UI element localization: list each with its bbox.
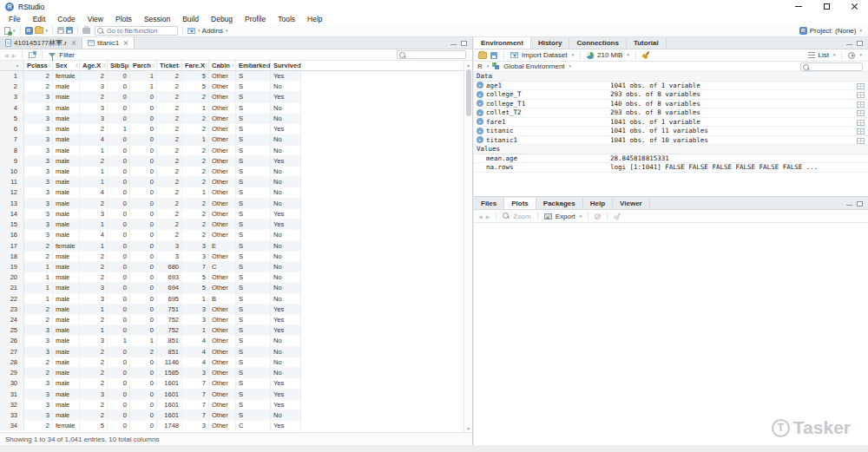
chevron-down-icon[interactable]: ▾ — [859, 53, 862, 57]
chevron-down-icon[interactable]: ▾ — [627, 53, 629, 57]
tab-viewer[interactable]: Viewer — [613, 198, 650, 209]
memory-usage-button[interactable] — [587, 52, 594, 59]
table-search-input[interactable] — [397, 50, 466, 59]
tab-410145177-r[interactable]: 410145177林軍.r — [0, 37, 82, 49]
zoom-plot-button[interactable] — [503, 213, 510, 219]
sort-arrows-icon[interactable]: ▲▼ — [232, 63, 234, 69]
sort-arrows-icon[interactable]: ▲▼ — [205, 63, 207, 69]
tab-environment[interactable]: Environment — [474, 37, 531, 49]
pane-maximize-icon[interactable] — [857, 201, 863, 206]
memory-usage-label[interactable]: 210 MiB — [597, 51, 622, 59]
sort-arrows-icon[interactable]: ▲▼ — [153, 63, 155, 69]
pane-minimize-icon[interactable] — [846, 44, 852, 45]
scroll-down-icon[interactable]: ▼ — [466, 424, 470, 432]
table-row[interactable]: 191male2006807CSNo — [0, 262, 301, 272]
minimize-button[interactable] — [785, 0, 812, 13]
table-row[interactable]: 323male20016017OtherSYes — [0, 400, 301, 410]
close-tab-icon[interactable] — [71, 41, 76, 46]
list-view-button[interactable] — [808, 52, 815, 58]
new-file-button[interactable] — [4, 27, 10, 35]
table-row[interactable]: 182male20033OtherSNo — [0, 252, 301, 262]
maximize-button[interactable] — [812, 0, 840, 13]
scrollbar-thumb[interactable] — [466, 69, 471, 116]
table-row[interactable]: 123male40021OtherSNo — [0, 187, 301, 198]
load-workspace-button[interactable] — [478, 52, 487, 59]
list-view-label[interactable]: List — [819, 51, 829, 59]
column-header-age-x[interactable]: Age.X▲▼ — [80, 61, 108, 70]
column-header-survived[interactable]: Survived▲▼ — [271, 61, 301, 70]
import-dataset-label[interactable]: Import Dataset — [522, 51, 567, 59]
table-row[interactable]: 43male30021OtherSNo — [0, 103, 301, 114]
env-item-age1[interactable]: ▸age11041 obs. of 1 variable — [474, 82, 868, 91]
column-header-embarked[interactable]: Embarked▲▼ — [236, 61, 271, 70]
env-item-college-t[interactable]: ▸college_T293 obs. of 8 variables — [474, 90, 868, 100]
menu-view[interactable]: View — [82, 15, 109, 23]
expand-icon[interactable]: ▸ — [477, 136, 483, 143]
sort-arrows-icon[interactable]: ▲▼ — [266, 63, 269, 69]
table-row[interactable]: 153male10022OtherSYes — [0, 219, 301, 230]
export-plot-button[interactable] — [544, 213, 552, 219]
expand-icon[interactable]: ▸ — [477, 82, 483, 88]
back-arrow-icon[interactable]: ◀ — [4, 52, 9, 58]
table-row[interactable]: 253male1007521OtherSYes — [0, 325, 301, 336]
tab-tutorial[interactable]: Tutorial — [627, 37, 667, 49]
expand-icon[interactable]: ▸ — [477, 91, 483, 98]
next-plot-icon[interactable]: ▶ — [486, 213, 490, 219]
column-header-parch[interactable]: Parch▲▼ — [130, 61, 157, 70]
tab-help[interactable]: Help — [583, 198, 613, 209]
vertical-scrollbar[interactable]: ▲ ▼ — [464, 61, 472, 432]
clear-plots-button[interactable] — [614, 213, 621, 220]
goto-file-input[interactable] — [95, 26, 178, 36]
menu-code[interactable]: Code — [51, 15, 81, 23]
row-number-header[interactable]: ▲ — [0, 61, 24, 70]
global-environment-button[interactable] — [492, 62, 500, 70]
tab-titanic1[interactable]: titanic1 — [82, 37, 135, 49]
menu-file[interactable]: File — [3, 15, 27, 23]
table-row[interactable]: 172female10033ESNo — [0, 241, 301, 252]
tab-plots[interactable]: Plots — [504, 198, 536, 209]
env-item-fare1[interactable]: ▸fare11041 obs. of 1 variable — [474, 118, 868, 128]
table-row[interactable]: 22male30125OtherSNo — [0, 82, 301, 92]
save-workspace-button[interactable] — [490, 52, 497, 59]
pane-maximize-icon[interactable] — [857, 41, 863, 46]
chevron-down-icon[interactable]: ▾ — [580, 214, 582, 219]
table-row[interactable]: 263male3118514OtherSNo — [0, 336, 301, 346]
table-row[interactable]: 201male2006935OtherSNo — [0, 272, 301, 283]
column-header-sibsp[interactable]: SibSp▲▼ — [108, 61, 130, 70]
tab-connections[interactable]: Connections — [569, 37, 626, 49]
table-row[interactable]: 313male30016017OtherSYes — [0, 390, 301, 400]
view-data-icon[interactable] — [857, 138, 865, 144]
chevron-down-icon[interactable]: ▾ — [13, 29, 16, 33]
table-row[interactable]: 221male3006951BSNo — [0, 294, 301, 305]
table-row[interactable]: 232male1007513OtherSYes — [0, 305, 301, 315]
view-data-icon[interactable] — [857, 120, 865, 126]
table-row[interactable]: 143male30022OtherSYes — [0, 209, 301, 219]
view-data-icon[interactable] — [857, 83, 865, 89]
chevron-down-icon[interactable]: ▾ — [226, 29, 228, 33]
table-row[interactable]: 63male21022OtherSYes — [0, 124, 301, 134]
table-row[interactable]: 113male10022OtherSNo — [0, 177, 301, 187]
chevron-down-icon[interactable]: ▾ — [571, 53, 574, 57]
menu-profile[interactable]: Profile — [239, 15, 272, 23]
table-row[interactable]: 282male20011464OtherSNo — [0, 357, 301, 368]
save-button[interactable] — [57, 27, 64, 34]
chevron-down-icon[interactable]: ▾ — [198, 29, 201, 33]
sort-arrows-icon[interactable]: ▲▼ — [49, 63, 51, 69]
view-data-icon[interactable] — [857, 128, 865, 134]
menu-build[interactable]: Build — [176, 15, 205, 23]
column-header-pclass[interactable]: Pclass▲▼ — [24, 61, 53, 70]
table-row[interactable]: 211male3006945OtherSNo — [0, 283, 301, 293]
new-project-button[interactable]: R — [25, 27, 33, 35]
menu-help[interactable]: Help — [301, 15, 328, 23]
sort-arrows-icon[interactable]: ▲▼ — [103, 63, 106, 69]
env-item-na-rows[interactable]: na.rowslogi [1:1041] FALSE FALSE FALSE F… — [474, 163, 868, 173]
expand-icon[interactable]: ▸ — [477, 128, 483, 134]
tab-packages[interactable]: Packages — [536, 198, 583, 209]
env-item-titanic1[interactable]: ▸titanic11041 obs. of 10 variables — [474, 136, 868, 146]
env-item-college-t1[interactable]: ▸college_T1140 obs. of 8 variables — [474, 100, 868, 109]
expand-icon[interactable]: ▸ — [477, 109, 483, 116]
import-dataset-button[interactable] — [510, 52, 518, 58]
sort-arrows-icon[interactable]: ▲▼ — [297, 63, 299, 69]
pane-minimize-icon[interactable] — [450, 44, 457, 45]
table-row[interactable]: 73male40021OtherSNo — [0, 134, 301, 145]
